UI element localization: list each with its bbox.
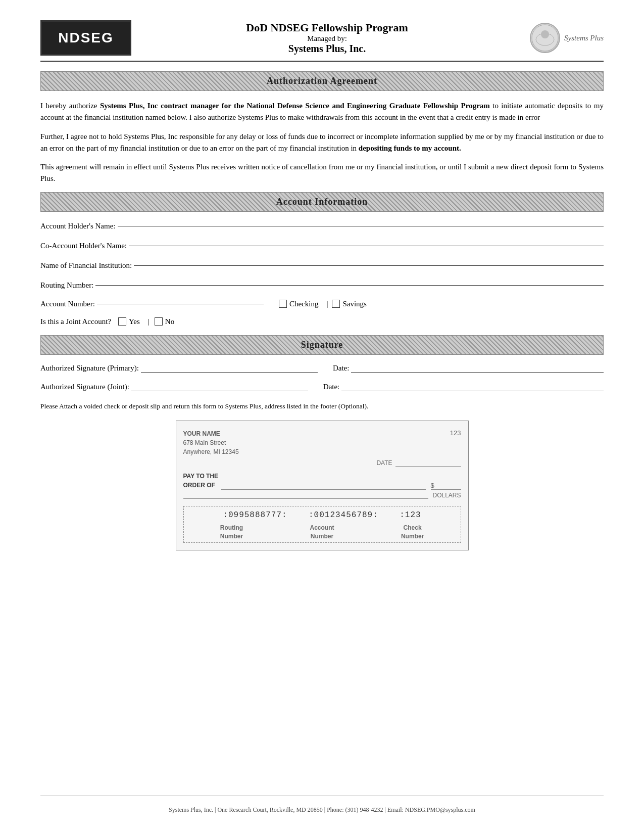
svg-point-2 bbox=[541, 30, 549, 38]
paragraph-2: Further, I agree not to hold Systems Plu… bbox=[40, 131, 604, 155]
account-holder-label: Account Holder's Name: bbox=[40, 221, 116, 231]
page-header: NDSEG DoD NDSEG Fellowship Program Manag… bbox=[40, 20, 604, 56]
check-pay-label: PAY TO THE ORDER OF bbox=[183, 472, 219, 490]
no-checkbox[interactable] bbox=[155, 317, 163, 326]
primary-sig-underline bbox=[141, 372, 318, 373]
routing-number-label: Routing Number bbox=[220, 524, 243, 541]
check-address1: 678 Main Street bbox=[183, 438, 239, 447]
logo-text: NDSEG bbox=[58, 30, 114, 46]
joint-account-label: Is this a Joint Account? bbox=[40, 317, 111, 326]
pay-to-the: PAY TO THE bbox=[183, 472, 219, 481]
micr-account: :00123456789: bbox=[309, 511, 378, 520]
account-number-row: Account Number: Checking | Savings bbox=[40, 300, 604, 308]
check-date-row: DATE bbox=[183, 459, 461, 467]
account-holder-underline bbox=[118, 226, 604, 226]
logo-right-text: Systems Plus bbox=[564, 34, 604, 42]
bold-text-1: Systems Plus, Inc contract manager for t… bbox=[100, 102, 490, 110]
institution-label: Name of Financial Institution: bbox=[40, 260, 132, 271]
co-account-holder-underline bbox=[129, 246, 604, 246]
co-account-holder-label: Co-Account Holder's Name: bbox=[40, 241, 127, 251]
check-name-block: YOUR NAME 678 Main Street Anywhere, MI 1… bbox=[183, 429, 239, 456]
check-micr-numbers: :0995888777: :00123456789: :123 bbox=[187, 511, 458, 520]
authorization-title: Authorization Agreement bbox=[267, 76, 377, 86]
logo-circle-icon bbox=[530, 23, 560, 53]
joint-date-underline bbox=[341, 391, 604, 391]
primary-signature-field: Authorized Signature (Primary): Date: bbox=[40, 364, 604, 373]
micr-routing: :0995888777: bbox=[223, 511, 287, 520]
check-pay-row: PAY TO THE ORDER OF $ bbox=[183, 472, 461, 490]
savings-label: Savings bbox=[342, 300, 367, 308]
joint-date-label: Date: bbox=[323, 383, 339, 391]
footer-text: Systems Plus, Inc. | One Research Court,… bbox=[169, 806, 475, 813]
paragraph-1: I hereby authorize Systems Plus, Inc con… bbox=[40, 100, 604, 124]
header-center: DoD NDSEG Fellowship Program Managed by:… bbox=[131, 21, 523, 55]
check-number-label: Check Number bbox=[401, 524, 424, 541]
page-footer: Systems Plus, Inc. | One Research Court,… bbox=[40, 796, 604, 814]
checking-checkbox[interactable] bbox=[279, 300, 287, 308]
account-number-label-check: Account Number bbox=[310, 524, 334, 541]
check-dollars-label: DOLLARS bbox=[432, 492, 461, 499]
no-label: No bbox=[165, 317, 174, 326]
date-line bbox=[395, 459, 461, 467]
signature-title: Signature bbox=[301, 340, 343, 350]
check-top-row: YOUR NAME 678 Main Street Anywhere, MI 1… bbox=[183, 429, 461, 456]
bold-text-2: depositing funds to my account. bbox=[359, 144, 461, 152]
attach-note: Please Attach a voided check or deposit … bbox=[40, 401, 604, 411]
institution-field: Name of Financial Institution: bbox=[40, 260, 604, 271]
header-divider bbox=[40, 61, 604, 62]
signature-header: Signature bbox=[40, 335, 604, 355]
account-type-group: Checking | Savings bbox=[279, 300, 375, 308]
check-dollars-row: DOLLARS bbox=[183, 492, 461, 499]
check-name: YOUR NAME bbox=[183, 429, 239, 438]
routing-field: Routing Number: bbox=[40, 280, 604, 291]
joint-signature-field: Authorized Signature (Joint): Date: bbox=[40, 383, 604, 391]
yes-label: Yes bbox=[129, 317, 140, 326]
check-address2: Anywhere, MI 12345 bbox=[183, 447, 239, 456]
order-of: ORDER OF bbox=[183, 481, 219, 490]
account-holder-field: Account Holder's Name: bbox=[40, 221, 604, 231]
page: NDSEG DoD NDSEG Fellowship Program Manag… bbox=[0, 0, 644, 834]
savings-checkbox[interactable] bbox=[332, 300, 340, 308]
routing-underline bbox=[95, 285, 604, 286]
ndseg-logo: NDSEG bbox=[40, 20, 131, 56]
yes-checkbox[interactable] bbox=[118, 317, 126, 326]
paragraph-3: This agreement will remain in effect unt… bbox=[40, 161, 604, 185]
joint-account-row: Is this a Joint Account? Yes | No bbox=[40, 317, 604, 326]
routing-label: Routing Number: bbox=[40, 280, 93, 291]
account-info-header: Account Information bbox=[40, 192, 604, 212]
micr-check: :123 bbox=[400, 511, 421, 520]
date-label-check: DATE bbox=[376, 459, 392, 467]
joint-sig-label: Authorized Signature (Joint): bbox=[40, 383, 129, 391]
check-pay-underline bbox=[221, 489, 425, 490]
systems-plus-logo: Systems Plus bbox=[523, 20, 604, 56]
joint-sig-underline bbox=[131, 391, 308, 391]
managed-by: Managed by: bbox=[131, 34, 523, 43]
check-number: 123 bbox=[450, 429, 461, 456]
account-number-label: Account Number: bbox=[40, 300, 95, 308]
company-name: Systems Plus, Inc. bbox=[131, 43, 523, 55]
check-dollar-sign: $ bbox=[431, 482, 461, 490]
check-diagram: YOUR NAME 678 Main Street Anywhere, MI 1… bbox=[176, 421, 469, 551]
checking-label: Checking bbox=[289, 300, 319, 308]
co-account-holder-field: Co-Account Holder's Name: bbox=[40, 241, 604, 251]
authorization-header: Authorization Agreement bbox=[40, 71, 604, 91]
check-micr-section: :0995888777: :00123456789: :123 Routing … bbox=[183, 506, 461, 543]
check-dollars-underline bbox=[183, 498, 429, 499]
primary-date-label: Date: bbox=[333, 364, 349, 373]
page-title: DoD NDSEG Fellowship Program bbox=[131, 21, 523, 34]
primary-sig-label: Authorized Signature (Primary): bbox=[40, 364, 139, 373]
account-number-underline bbox=[97, 304, 264, 304]
check-micr-labels: Routing Number Account Number Check Numb… bbox=[187, 524, 458, 541]
account-info-title: Account Information bbox=[276, 197, 368, 207]
primary-date-underline bbox=[351, 372, 604, 373]
institution-underline bbox=[134, 265, 604, 266]
